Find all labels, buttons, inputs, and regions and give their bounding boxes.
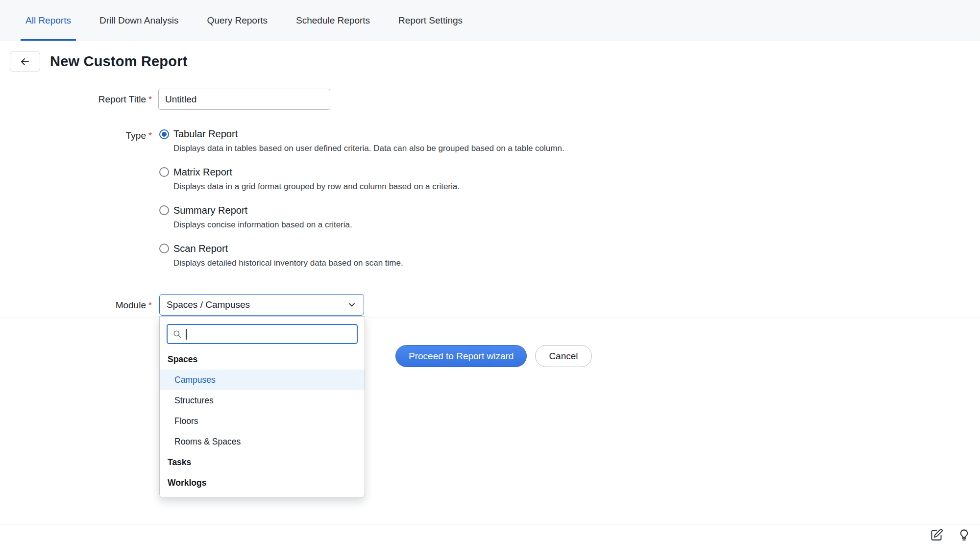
back-button[interactable]	[10, 51, 40, 72]
type-option-description: Displays concise information based on a …	[173, 220, 698, 231]
section-divider	[0, 318, 980, 318]
module-option-rooms-spaces[interactable]: Rooms & Spaces	[160, 431, 365, 452]
radio-summary-report[interactable]	[159, 205, 169, 215]
footer-icons	[929, 527, 971, 542]
radio-tabular-report[interactable]	[159, 129, 169, 139]
type-option-matrix[interactable]: Matrix Report Displays data in a grid fo…	[159, 167, 698, 193]
tab-report-settings[interactable]: Report Settings	[398, 0, 463, 41]
module-group-tasks[interactable]: Tasks	[160, 452, 365, 472]
tab-schedule-reports[interactable]: Schedule Reports	[296, 0, 370, 41]
page-header: New Custom Report	[10, 51, 188, 72]
module-selected-value: Spaces / Campuses	[167, 299, 250, 310]
tab-query-reports[interactable]: Query Reports	[207, 0, 268, 41]
module-label-text: Module	[116, 300, 146, 310]
back-arrow-icon	[19, 56, 31, 68]
report-type-options: Tabular Report Displays data in tables b…	[159, 128, 698, 281]
form-actions: Proceed to Report wizard Cancel	[395, 345, 592, 367]
tab-all-reports[interactable]: All Reports	[25, 0, 71, 41]
tab-drill-down-analysis[interactable]: Drill Down Analysis	[99, 0, 179, 41]
type-option-scan[interactable]: Scan Report Displays detailed historical…	[159, 243, 698, 269]
module-group-worklogs[interactable]: Worklogs	[160, 472, 365, 493]
search-icon	[172, 329, 182, 339]
chevron-down-icon	[347, 300, 357, 310]
type-option-name: Tabular Report	[173, 128, 238, 140]
module-dropdown-panel: Spaces Campuses Structures Floors Rooms …	[159, 316, 365, 498]
type-option-description: Displays data in tables based on user de…	[173, 143, 698, 154]
required-asterisk: *	[148, 95, 152, 104]
type-option-name: Summary Report	[173, 205, 247, 216]
proceed-to-report-wizard-button[interactable]: Proceed to Report wizard	[395, 345, 527, 367]
type-option-summary[interactable]: Summary Report Displays concise informat…	[159, 205, 698, 231]
radio-scan-report[interactable]	[159, 244, 169, 253]
report-tabs: All Reports Drill Down Analysis Query Re…	[0, 0, 980, 41]
lightbulb-icon[interactable]	[956, 527, 971, 542]
report-title-label-text: Report Title	[98, 94, 146, 104]
required-asterisk: *	[148, 300, 152, 310]
type-option-name: Scan Report	[173, 243, 228, 254]
type-option-description: Displays detailed historical inventory d…	[173, 258, 698, 269]
type-option-description: Displays data in a grid format grouped b…	[173, 181, 698, 193]
module-label: Module*	[0, 300, 152, 311]
module-option-floors[interactable]: Floors	[160, 411, 365, 431]
required-asterisk: *	[148, 131, 152, 141]
cancel-button[interactable]: Cancel	[535, 345, 591, 367]
module-search-box[interactable]	[167, 324, 358, 344]
type-option-tabular[interactable]: Tabular Report Displays data in tables b…	[159, 128, 698, 154]
module-option-structures[interactable]: Structures	[160, 390, 365, 411]
text-cursor	[186, 329, 187, 340]
type-label: Type*	[0, 130, 152, 141]
type-label-text: Type	[126, 130, 146, 141]
type-option-name: Matrix Report	[173, 167, 232, 178]
radio-matrix-report[interactable]	[159, 167, 169, 177]
footer-divider	[0, 524, 980, 524]
page-title: New Custom Report	[50, 53, 188, 70]
report-title-input[interactable]	[158, 89, 330, 110]
module-select[interactable]: Spaces / Campuses	[159, 294, 364, 316]
module-option-campuses[interactable]: Campuses	[160, 370, 365, 390]
module-search-input[interactable]	[191, 329, 352, 339]
module-group-spaces: Spaces	[160, 349, 365, 370]
report-title-label: Report Title*	[0, 94, 152, 105]
compose-feedback-icon[interactable]	[929, 527, 944, 542]
